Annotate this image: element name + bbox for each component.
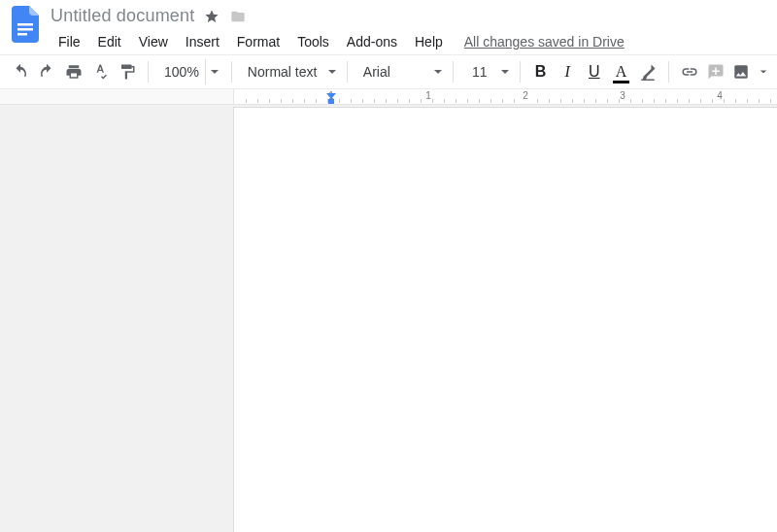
menu-view[interactable]: View (131, 30, 176, 53)
left-indent-marker[interactable] (328, 99, 334, 104)
bold-button[interactable]: B (528, 59, 554, 84)
docs-app-icon[interactable] (8, 6, 43, 49)
spellcheck-button[interactable] (88, 59, 114, 84)
ruler-tick (304, 99, 305, 103)
ruler-tick (700, 99, 701, 103)
redo-button[interactable] (35, 59, 60, 84)
font-value: Arial (363, 64, 423, 80)
ruler-tick (351, 99, 352, 103)
ruler-tick (537, 99, 538, 103)
print-button[interactable] (61, 59, 86, 84)
font-size-value: 11 (469, 64, 490, 80)
italic-button[interactable]: I (555, 59, 580, 84)
menu-bar: File Edit View Insert Format Tools Add-o… (51, 30, 625, 53)
chevron-down-icon (760, 68, 767, 76)
ruler-tick-label: 1 (425, 90, 431, 101)
ruler-tick (712, 99, 713, 103)
svg-rect-0 (17, 23, 33, 26)
zoom-value: 100% (164, 64, 199, 80)
ruler-tick (549, 99, 550, 103)
ruler-tick (246, 99, 247, 103)
ruler-tick (397, 99, 398, 103)
paint-format-button[interactable] (115, 59, 140, 84)
svg-rect-2 (17, 33, 27, 36)
ruler-tick (421, 99, 422, 103)
ruler-tick (456, 99, 456, 103)
zoom-combo[interactable]: 100% (156, 59, 223, 84)
document-page[interactable] (233, 107, 777, 532)
insert-link-button[interactable] (677, 59, 702, 84)
undo-button[interactable] (8, 59, 33, 84)
ruler-tick (257, 99, 258, 103)
menu-insert[interactable]: Insert (178, 30, 227, 53)
ruler-tick (654, 99, 655, 103)
ruler-tick (584, 99, 585, 103)
document-title[interactable]: Untitled document (51, 6, 194, 26)
styles-value: Normal text (248, 64, 318, 80)
star-icon[interactable] (204, 9, 220, 24)
ruler-tick (595, 99, 596, 103)
menu-addons[interactable]: Add-ons (339, 30, 405, 53)
ruler-tick (444, 99, 445, 103)
ruler-tick (269, 99, 270, 103)
paragraph-styles-combo[interactable]: Normal text (240, 59, 339, 84)
font-family-combo[interactable]: Arial (355, 59, 445, 84)
separator (347, 61, 348, 83)
font-size-combo[interactable]: 11 (461, 59, 512, 84)
save-status-link[interactable]: All changes saved in Drive (464, 34, 625, 50)
separator (148, 61, 149, 83)
bold-glyph: B (535, 63, 547, 81)
ruler-tick-label: 3 (620, 90, 625, 101)
ruler-tick (689, 99, 690, 103)
menu-edit[interactable]: Edit (90, 30, 129, 53)
ruler-tick (514, 99, 515, 103)
chevron-down-icon[interactable] (205, 59, 223, 84)
ruler-tick (747, 99, 748, 103)
menu-format[interactable]: Format (229, 30, 287, 53)
text-color-glyph: A (616, 63, 627, 81)
separator (231, 61, 232, 83)
menu-file[interactable]: File (51, 30, 88, 53)
ruler-tick (316, 99, 317, 103)
ruler-tick (607, 99, 608, 103)
separator (520, 61, 521, 83)
text-color-swatch (613, 81, 630, 83)
insert-image-button[interactable] (730, 59, 769, 84)
chevron-down-icon (327, 67, 337, 77)
ruler-tick (409, 99, 410, 103)
ruler-tick (467, 99, 468, 103)
ruler-tick (374, 99, 375, 103)
ruler-tick (362, 99, 363, 103)
ruler-tick (386, 99, 387, 103)
separator (668, 61, 669, 83)
chevron-down-icon (433, 67, 443, 77)
separator (453, 61, 454, 83)
menu-tools[interactable]: Tools (289, 30, 337, 53)
ruler-tick (281, 99, 282, 103)
ruler-tick (502, 99, 503, 103)
document-canvas[interactable]: 11234 (0, 89, 777, 532)
text-color-button[interactable]: A (609, 59, 634, 84)
ruler-tick (724, 99, 725, 103)
menu-help[interactable]: Help (407, 30, 451, 53)
ruler-tick (770, 99, 771, 103)
ruler-tick (432, 99, 433, 103)
ruler-tick (339, 99, 340, 103)
titlebar: Untitled document File Edit View Insert … (0, 0, 777, 54)
ruler-tick (572, 99, 573, 103)
horizontal-ruler[interactable]: 11234 (0, 89, 777, 105)
ruler-tick (677, 99, 678, 103)
underline-button[interactable]: U (582, 59, 607, 84)
highlight-color-button[interactable] (635, 59, 660, 84)
italic-glyph: I (565, 63, 570, 81)
ruler-tick-label: 2 (523, 90, 528, 101)
ruler-tick-label: 4 (717, 90, 723, 101)
folder-icon[interactable] (229, 9, 247, 24)
ruler-tick (630, 99, 631, 103)
ruler-tick (735, 99, 736, 103)
ruler-tick (292, 99, 293, 103)
toolbar: 100% Normal text Arial 11 B I U A (0, 54, 777, 89)
insert-comment-button[interactable] (703, 59, 728, 84)
ruler-tick (619, 99, 620, 103)
ruler-tick (665, 99, 666, 103)
